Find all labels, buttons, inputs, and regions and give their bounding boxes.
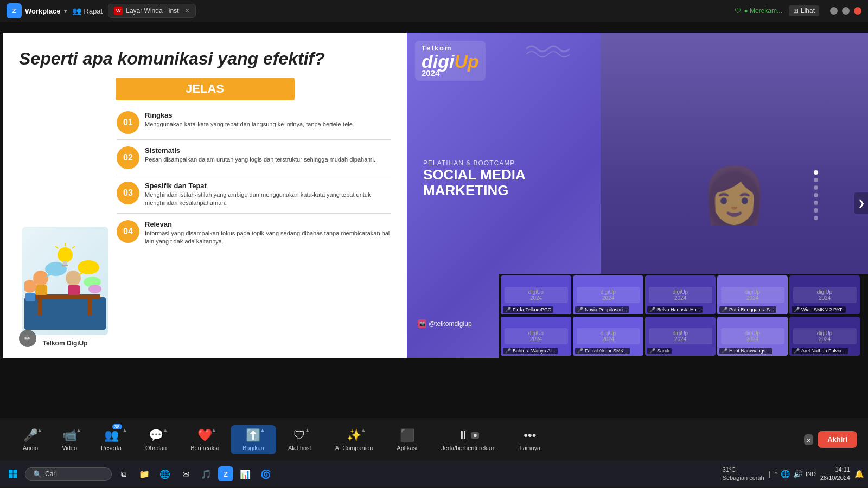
thumb-name: 🎤 Bahtera Wahyu Al...	[503, 348, 558, 354]
minimize-button[interactable]	[830, 7, 838, 15]
thumbnail-item[interactable]: digiUp2024 🎤 Firda-TelkomPCC	[501, 275, 571, 314]
thumbnail-item[interactable]: digiUp2024 🎤 Arel Nathan Fulvia...	[789, 317, 860, 356]
thumb-name: 🎤 Firda-TelkomPCC	[503, 306, 553, 313]
thumb-logo: digiUp2024	[649, 287, 712, 303]
end-x-icon: ✕	[804, 434, 813, 445]
thumb-mic-icon: 🎤	[794, 348, 800, 354]
thumbnail-item[interactable]: digiUp2024 🎤 Harit Narawangs...	[717, 317, 788, 356]
thumb-mic-icon: 🎤	[577, 348, 583, 354]
thumb-name: 🎤 Arel Nathan Fulvia...	[792, 348, 848, 354]
lainnya-icon: •••	[524, 428, 536, 442]
audio-icon: 🎤	[23, 428, 38, 442]
reaksi-icon-wrap: ❤️ ▲	[197, 428, 212, 442]
view-button[interactable]: ⊞ Lihat	[789, 5, 819, 16]
point-number: 04	[117, 220, 139, 243]
thumbnail-item[interactable]: digiUp2024 🎤 Sandi	[645, 317, 716, 356]
security-badge: 🛡 ● Merekam...	[735, 7, 782, 15]
jeda-button[interactable]: ⏸ ⏺ Jeda/berhenti rekam	[429, 425, 507, 454]
point-text: Relevan Informasi yang disampaikan fokus…	[145, 220, 391, 246]
arrow-right[interactable]: ❯	[854, 192, 868, 214]
end-meeting-button[interactable]: Akhiri	[818, 431, 857, 448]
ai-icon-wrap: ✨ ▲	[347, 428, 361, 442]
task-view-icon[interactable]: ⧉	[115, 465, 132, 483]
taskbar-search[interactable]: 🔍 Cari	[25, 467, 112, 481]
thumbnail-item[interactable]: digiUp2024 🎤 Wian SMKN 2 PATI	[789, 275, 860, 314]
svg-rect-0	[24, 297, 106, 330]
main-content: Seperti apa komunikasi yang efektif? JEL…	[0, 22, 868, 418]
chevron-icon[interactable]: ^	[775, 471, 777, 477]
ai-companion-button[interactable]: ✨ ▲ AI Companion	[323, 425, 385, 454]
jeda-label: Jeda/berhenti rekam	[441, 445, 495, 451]
taskbar-right: 31°C Sebagian cerah | ^ 🌐 🔊 IND 14:11 28…	[723, 466, 864, 483]
search-icon: 🔍	[33, 470, 42, 478]
video-button[interactable]: 📹 ▲ Video	[50, 425, 89, 454]
ai-label: AI Companion	[335, 445, 373, 451]
chrome-icon[interactable]: 🌀	[257, 465, 275, 483]
obrolan-button[interactable]: 💬 ▲ Obrolan	[133, 425, 178, 454]
weather-temp: 31°C	[723, 466, 764, 474]
thumb-mic-icon: 🎤	[649, 348, 655, 354]
screen-share-tab[interactable]: W Layar Winda - Inst ✕	[108, 4, 195, 18]
dot-4	[814, 193, 818, 197]
side-nav-dots	[814, 170, 818, 220]
dot-1	[814, 170, 818, 175]
point-number: 03	[117, 182, 139, 204]
edge-icon[interactable]: 🌐	[156, 465, 174, 483]
reaksi-label: Beri reaksi	[190, 445, 219, 451]
thumbnail-item[interactable]: digiUp2024 🎤 Belva Hanasta Ha...	[645, 275, 716, 314]
peserta-chevron: ▲	[123, 427, 127, 433]
maximize-button[interactable]	[842, 7, 850, 15]
jeda-icon-wrap: ⏸ ⏺	[457, 428, 479, 442]
notification-icon[interactable]: 🔔	[854, 470, 864, 478]
search-text: Cari	[45, 470, 57, 478]
thumbnail-item[interactable]: digiUp2024 🎤 Bahtera Wahyu Al...	[501, 317, 571, 356]
video-icon: 📹	[62, 428, 77, 442]
speaker-icon[interactable]: 🔊	[793, 470, 802, 478]
taskbar-left: 🔍 Cari ⧉ 📁 🌐 ✉ 🎵 Z 📊 🌀	[4, 465, 275, 483]
explorer-icon[interactable]: 📁	[136, 465, 153, 483]
up-text: Up	[454, 51, 478, 72]
taskbar-separator: |	[769, 470, 770, 478]
social-media-text: SOCIAL MEDIA	[423, 167, 526, 183]
close-button[interactable]	[854, 7, 861, 15]
thumb-name: 🎤 Novia Puspitasari...	[575, 306, 629, 313]
end-button-label: Akhiri	[827, 435, 847, 444]
slide-body: Telkom DigiUp 01 Ringkas Menggunakan kat…	[19, 111, 391, 347]
telkom-label: Telkom DigiUp	[42, 339, 87, 347]
network-icon[interactable]: 🌐	[781, 470, 790, 478]
spotify-icon[interactable]: 🎵	[197, 465, 215, 483]
audio-button[interactable]: 🎤 ▲ Audio	[11, 425, 50, 454]
host-icon: 🛡	[293, 428, 305, 442]
excel-icon[interactable]: 📊	[237, 465, 254, 483]
svg-rect-3	[88, 299, 92, 315]
reaksi-button[interactable]: ❤️ ▲ Beri reaksi	[178, 425, 231, 454]
window-controls	[830, 7, 861, 15]
thumbnail-item[interactable]: digiUp2024 🎤 Putri Rengganis_S...	[717, 275, 788, 314]
lainnya-button[interactable]: ••• Lainnya	[508, 425, 553, 454]
tab-close-icon[interactable]: ✕	[184, 7, 190, 15]
aplikasi-button[interactable]: ⬛ Aplikasi	[385, 425, 429, 454]
point-desc: Menghindari istilah-istilah yang ambigu …	[145, 191, 391, 208]
thumbnail-item[interactable]: digiUp2024 🎤 Faizal Akbar SMK...	[573, 317, 643, 356]
thumb-mic-icon: 🎤	[505, 307, 511, 312]
svg-point-10	[78, 260, 99, 274]
app-chevron[interactable]: ▾	[64, 8, 67, 14]
svg-rect-22	[9, 470, 13, 474]
lang-indicator: IND	[806, 471, 816, 477]
thumbnail-item[interactable]: digiUp2024 🎤 Novia Puspitasari...	[573, 275, 643, 314]
slide-illustration: Telkom DigiUp	[19, 111, 111, 347]
pencil-icon[interactable]: ✏	[19, 330, 36, 347]
point-text: Ringkas Menggunakan kata-kata yang tepat…	[145, 111, 391, 129]
peserta-button[interactable]: 👥 38 ▲ Peserta	[89, 425, 133, 454]
zoom-taskbar-icon[interactable]: Z	[218, 466, 233, 481]
bagikan-button[interactable]: ⬆️ ▲ Bagikan	[231, 425, 276, 454]
host-chevron: ▲	[305, 427, 310, 433]
obrolan-icon-wrap: 💬 ▲	[149, 428, 163, 442]
point-item: 03 Spesifik dan Tepat Menghindari istila…	[117, 182, 391, 214]
mail-icon[interactable]: ✉	[177, 465, 194, 483]
windows-icon[interactable]	[4, 465, 22, 483]
alat-host-button[interactable]: 🛡 ▲ Alat host	[276, 425, 323, 454]
point-desc: Informasi yang disampaikan fokus pada to…	[145, 229, 391, 246]
peserta-label: Peserta	[101, 445, 122, 451]
clock-display: 14:11 28/10/2024	[820, 466, 850, 483]
